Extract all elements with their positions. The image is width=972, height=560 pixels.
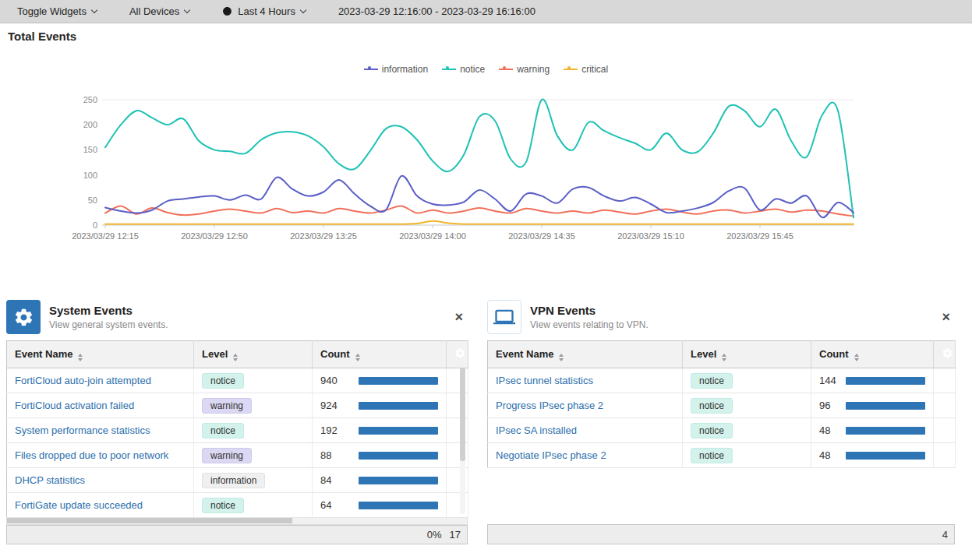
row-spacer-cell (934, 368, 956, 393)
x-tick-label: 2023/03/29 15:45 (726, 231, 794, 241)
x-tick-label: 2023/03/29 12:50 (181, 231, 248, 241)
total-count: 17 (450, 529, 461, 541)
device-filter-label: All Devices (129, 5, 179, 17)
level-badge: notice (691, 423, 733, 438)
table-settings-button[interactable] (934, 341, 956, 368)
legend-critical[interactable]: critical (564, 64, 608, 75)
count-bar (359, 402, 438, 410)
sort-icon (78, 354, 83, 361)
row-spacer-cell (934, 443, 956, 468)
widget-title: VPN Events (530, 304, 649, 317)
widget-vpn-events: VPN Events View events relating to VPN. … (487, 295, 955, 544)
level-badge: notice (691, 373, 733, 389)
column-label: Count (819, 348, 849, 360)
table-row[interactable]: DHCP statistics information 84 (7, 468, 468, 493)
table-row[interactable]: Files dropped due to poor network warnin… (7, 443, 468, 468)
sort-icon (233, 354, 238, 361)
series-critical-line (105, 221, 854, 224)
y-tick-label: 0 (93, 220, 97, 230)
y-tick-label: 100 (83, 171, 97, 180)
table-row[interactable]: FortiCloud auto-join attempted notice 94… (7, 368, 468, 393)
time-range-dropdown[interactable]: Last 4 Hours (222, 5, 306, 17)
event-name-link[interactable]: Negotiate IPsec phase 2 (496, 449, 606, 461)
count-bar (359, 452, 438, 460)
count-bar (846, 377, 925, 385)
event-name-link[interactable]: FortiCloud activation failed (15, 400, 134, 411)
count-bar (846, 402, 925, 410)
vpn-laptop-icon (487, 300, 521, 334)
y-tick-label: 50 (88, 195, 97, 205)
legend-label: notice (460, 64, 485, 75)
widget-subtitle: View general system events. (49, 319, 168, 330)
event-count: 64 (320, 499, 331, 511)
column-header-count[interactable]: Count (313, 341, 447, 368)
table-row[interactable]: Negotiate IPsec phase 2 notice 48 (488, 443, 956, 468)
count-bar (359, 477, 438, 484)
column-label: Count (320, 348, 350, 360)
table-row[interactable]: Progress IPsec phase 2 notice 96 (488, 393, 956, 418)
toggle-widgets-dropdown[interactable]: Toggle Widgets (17, 5, 97, 17)
column-header-level[interactable]: Level (683, 341, 811, 368)
scrollbar-thumb[interactable] (7, 518, 292, 523)
x-tick-label: 2023/03/29 12:15 (72, 231, 139, 241)
column-label: Level (202, 348, 228, 360)
close-icon[interactable]: × (938, 310, 953, 324)
widget-system-events: System Events View general system events… (6, 295, 468, 544)
event-name-link[interactable]: Progress IPsec phase 2 (496, 400, 603, 411)
event-name-link[interactable]: IPsec tunnel statistics (496, 375, 593, 386)
date-range-text: 2023-03-29 12:16:00 - 2023-03-29 16:16:0… (338, 5, 535, 17)
horizontal-scrollbar[interactable] (6, 518, 468, 525)
events-chart: 0501001502002502023/03/29 12:152023/03/2… (0, 75, 972, 242)
sort-icon (722, 354, 726, 361)
row-spacer-cell (934, 418, 956, 443)
legend-information[interactable]: information (364, 64, 428, 75)
widget-title-block: System Events View general system events… (49, 304, 168, 330)
vertical-scrollbar[interactable] (460, 368, 465, 514)
sort-icon (355, 354, 360, 361)
event-count: 192 (320, 424, 338, 436)
legend-notice[interactable]: notice (442, 64, 485, 75)
table-row[interactable]: System performance statistics notice 192 (7, 418, 468, 443)
widget-footer: 0% 17 (6, 525, 468, 544)
legend-label: critical (581, 64, 608, 75)
column-header-level[interactable]: Level (194, 341, 313, 368)
x-tick-label: 2023/03/29 13:25 (290, 231, 357, 241)
scrollbar-thumb[interactable] (460, 368, 465, 461)
legend-line-marker (564, 69, 578, 70)
clock-icon (222, 6, 232, 16)
chevron-down-icon (184, 7, 190, 13)
x-tick-label: 2023/03/29 14:00 (399, 231, 466, 241)
event-name-link[interactable]: DHCP statistics (15, 474, 85, 486)
widget-title: System Events (49, 304, 168, 317)
event-name-link[interactable]: IPsec SA installed (496, 424, 577, 436)
event-count: 88 (320, 449, 331, 461)
scroll-percent: 0% (427, 529, 442, 541)
column-header-count[interactable]: Count (811, 341, 934, 368)
event-name-link[interactable]: Files dropped due to poor network (15, 449, 168, 461)
event-name-link[interactable]: FortiGate update succeeded (15, 499, 143, 511)
x-tick-label: 2023/03/29 15:10 (617, 231, 684, 241)
widget-header: VPN Events View events relating to VPN. … (487, 295, 955, 340)
system-events-table: Event Name Level Count FortiCloud auto-j… (6, 340, 468, 518)
table-row[interactable]: FortiGate update succeeded notice 64 (7, 493, 468, 518)
level-badge: information (202, 473, 265, 488)
table-row[interactable]: FortiCloud activation failed warning 924 (7, 393, 468, 418)
legend-label: warning (517, 64, 550, 75)
table-row[interactable]: IPsec tunnel statistics notice 144 (488, 368, 956, 393)
event-name-link[interactable]: FortiCloud auto-join attempted (15, 375, 151, 386)
level-badge: notice (691, 398, 733, 414)
close-icon[interactable]: × (451, 310, 466, 324)
legend-warning[interactable]: warning (499, 64, 550, 75)
event-name-link[interactable]: System performance statistics (15, 424, 150, 436)
column-header-event-name[interactable]: Event Name (7, 341, 194, 368)
column-header-event-name[interactable]: Event Name (488, 341, 683, 368)
gear-icon (454, 347, 466, 359)
event-count: 84 (320, 474, 331, 486)
table-settings-button[interactable] (447, 341, 468, 368)
device-filter-dropdown[interactable]: All Devices (129, 5, 189, 17)
table-row[interactable]: IPsec SA installed notice 48 (488, 418, 956, 443)
y-tick-label: 200 (83, 120, 97, 129)
count-bar (359, 427, 438, 435)
vpn-events-table: Event Name Level Count IPsec tunnel stat… (487, 340, 956, 468)
gear-icon (942, 347, 953, 359)
